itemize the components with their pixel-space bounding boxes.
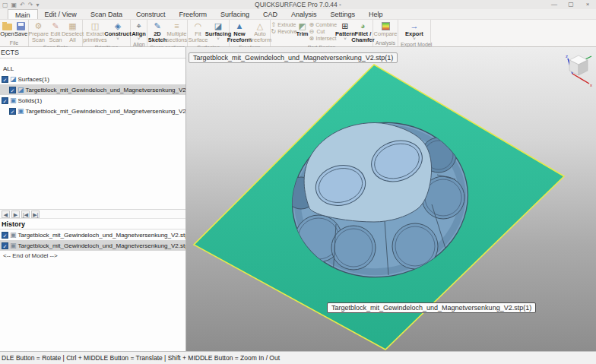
combine-button[interactable]: ⊕ Combine (309, 21, 336, 28)
history-item-label: Targetblock_mit_Gewindeloch_und_Magnetve… (18, 242, 185, 249)
checkbox-checked-icon[interactable]: ✓ (2, 97, 8, 104)
menu-settings[interactable]: Settings (324, 9, 363, 19)
fillet-chamfer-button[interactable]: ◕ Fillet / Chamfer (353, 21, 372, 44)
history-back-icon[interactable]: ◀ (2, 210, 10, 218)
surface-object-tag[interactable]: Targetblock_mit_Gewindeloch_und_Magnetve… (189, 52, 398, 63)
auto-freeform-button[interactable]: △ Auto Freeform (250, 21, 271, 44)
history-item-label: Targetblock_mit_Gewindeloch_und_Magnetve… (18, 232, 185, 239)
intersect-button[interactable]: ⊗ Intersect (309, 35, 336, 42)
x-axis-label: x (590, 83, 592, 87)
solid-icon: ▣ (10, 97, 17, 104)
cut-icon: ⊖ (309, 28, 315, 35)
ribbon-group-file: Open Save File (0, 20, 29, 46)
floppy-icon (17, 22, 25, 30)
align-button[interactable]: ⌖ Align (132, 21, 147, 41)
menu-bar: Main Edit / View Scan Data Construct Fre… (0, 9, 596, 20)
menu-scan-data[interactable]: Scan Data (84, 9, 129, 19)
save-button[interactable]: Save (14, 21, 28, 38)
menu-analysis[interactable]: Analysis (284, 9, 324, 19)
history-item[interactable]: ✓ ▣ Targetblock_mit_Gewindeloch_und_Magn… (0, 229, 185, 240)
tree-item-label: Targetblock_mit_Gewindeloch_und_Magnetve… (26, 108, 185, 115)
surfacing-button[interactable]: ◪ Surfacing (208, 21, 229, 41)
nav-cube[interactable]: z x (566, 54, 592, 87)
menu-construct[interactable]: Construct (129, 9, 173, 19)
history-step-icon: ▣ (10, 242, 17, 249)
status-hint-text: DLE Button = Rotate | Ctrl + MIDDLE Butt… (2, 354, 280, 362)
minimize-button[interactable]: — (546, 0, 563, 9)
extract-primitives-button[interactable]: ◫ Extract primitives (84, 21, 106, 44)
export-button[interactable]: → Export (404, 21, 424, 41)
sketch-pencil-icon: ✎ (154, 21, 160, 30)
history-panel-header: History (0, 219, 185, 229)
ribbon-group-cross-sections: ✎ 2D Sketch ≡ Multiple sections Cross se… (147, 20, 188, 46)
tree-item-surfaces[interactable]: ✓ ◪ Surfaces(1) (0, 74, 185, 84)
checkbox-checked-icon[interactable]: ✓ (9, 87, 16, 93)
prepare-scan-button[interactable]: ⚙ Prepare Scan (30, 21, 47, 44)
combine-icon: ⊕ (309, 21, 314, 28)
tree-item-solids[interactable]: ✓ ▣ Solids(1) (0, 95, 185, 106)
grid-icon: ▦ (68, 21, 76, 30)
checkbox-checked-icon[interactable]: ✓ (2, 76, 8, 83)
model-object-tag[interactable]: Targetblock_mit_Gewindeloch_und_Magnetve… (327, 302, 536, 313)
open-button[interactable]: Open (1, 21, 14, 38)
history-step-icon: ▣ (10, 231, 17, 239)
maximize-button[interactable]: ▢ (563, 0, 579, 9)
close-button[interactable]: × (579, 0, 596, 9)
tree-item-label: ALL (3, 65, 14, 72)
solid-icon: ▣ (17, 107, 24, 115)
export-arrow-icon: → (411, 21, 419, 30)
menu-edit-view[interactable]: Edit / View (38, 9, 84, 19)
2d-sketch-button[interactable]: ✎ 2D Sketch (148, 21, 167, 44)
window-title: QUICKSURFACE Pro 7.0.44 - (0, 1, 596, 8)
history-nav-toolbar: ◀ ▶ |◀ ▶| (0, 209, 185, 219)
surfacing-icon: ◪ (214, 21, 222, 30)
checkbox-checked-icon[interactable]: ✓ (2, 242, 8, 249)
z-axis-label: z (566, 54, 568, 59)
fit-surface-icon: ◠ (195, 21, 202, 30)
menu-cad[interactable]: CAD (256, 9, 284, 19)
pencil-icon: ✎ (52, 21, 59, 30)
compare-colormap-icon (382, 22, 390, 30)
auto-freeform-icon: △ (257, 21, 263, 30)
new-freeform-button[interactable]: ▲ New Freeform (230, 21, 250, 44)
tree-item-surface-stp[interactable]: ✓ ◪ Targetblock_mit_Gewindeloch_und_Magn… (0, 84, 185, 95)
menu-freeform[interactable]: Freeform (172, 9, 214, 19)
ribbon: Open Save File ⚙ Prepare Scan ✎ Edit Sca… (0, 20, 596, 47)
surface-icon: ◪ (17, 86, 24, 93)
menu-help[interactable]: Help (362, 9, 390, 19)
history-last-icon[interactable]: ▶| (31, 210, 40, 218)
history-item[interactable]: ✓ ▣ Targetblock_mit_Gewindeloch_und_Magn… (0, 240, 185, 251)
checkbox-checked-icon[interactable]: ✓ (9, 108, 16, 115)
construct-cube-icon: ◈ (115, 21, 121, 30)
checkbox-checked-icon[interactable]: ✓ (2, 232, 8, 239)
cut-button[interactable]: ⊖ Cut (309, 28, 336, 35)
align-pin-icon: ⌖ (136, 21, 141, 30)
menu-main[interactable]: Main (8, 9, 38, 19)
history-first-icon[interactable]: |◀ (21, 210, 30, 218)
surface-icon: ◪ (10, 75, 17, 83)
extrude-button[interactable]: ⇧ Extrude (271, 21, 296, 28)
history-panel: ◀ ▶ |◀ ▶| History ✓ ▣ Targetblock_mit_Ge… (0, 209, 185, 261)
ribbon-group-scan-data: ⚙ Prepare Scan ✎ Edit Scan ▦ Deselect Al… (29, 20, 83, 46)
extrude-icon: ⇧ (271, 21, 277, 28)
construct-button[interactable]: ◈ Construct (106, 21, 129, 41)
ribbon-group-primitives: ◫ Extract primitives ◈ Construct Primiti… (83, 20, 131, 46)
ribbon-group-freeform: ▲ New Freeform △ Auto Freeform Freeform (230, 20, 271, 46)
intersect-icon: ⊗ (309, 35, 314, 42)
trim-button[interactable]: ◩ Trim (296, 21, 309, 38)
viewport-3d[interactable]: z x Targetblock_mit_Gewindeloch_und_Magn… (186, 47, 596, 351)
objects-panel: ECTS ALL ✓ ◪ Surfaces(1) ✓ ◪ Targetblock… (0, 47, 186, 351)
revolve-button[interactable]: ↻ Revolve (271, 28, 296, 35)
multiple-sections-button[interactable]: ≡ Multiple sections (167, 21, 187, 44)
status-bar: DLE Button = Rotate | Ctrl + MIDDLE Butt… (0, 351, 596, 364)
objects-panel-header: ECTS (0, 47, 185, 59)
compare-button[interactable]: Compare (374, 21, 398, 38)
tree-item-label: Targetblock_mit_Gewindeloch_und_Magnetve… (26, 87, 185, 93)
title-bar: ▢ ▣ ↶ ↷ ▾ QUICKSURFACE Pro 7.0.44 - — ▢ … (0, 0, 596, 9)
menu-surfacing[interactable]: Surfacing (214, 9, 256, 19)
deselect-all-button[interactable]: ▦ Deselect All (64, 21, 81, 44)
trim-icon: ◩ (298, 21, 306, 30)
history-forward-icon[interactable]: ▶ (11, 210, 20, 218)
tree-item-all[interactable]: ALL (0, 63, 185, 74)
tree-item-solid-stp[interactable]: ✓ ▣ Targetblock_mit_Gewindeloch_und_Magn… (0, 106, 185, 116)
